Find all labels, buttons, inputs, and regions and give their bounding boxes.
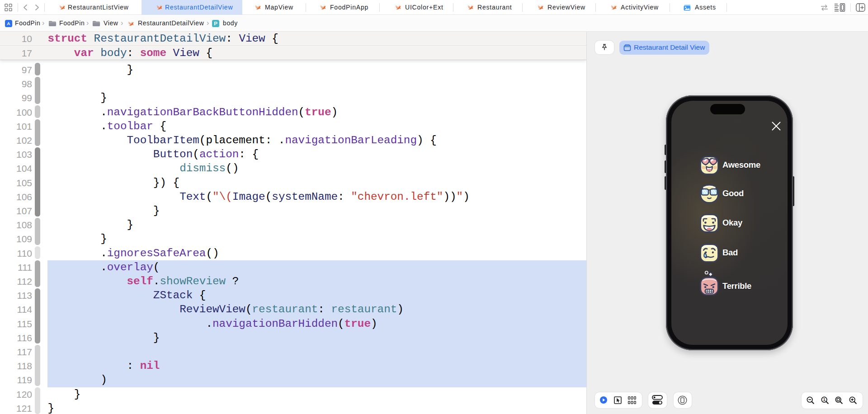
svg-text:P: P [214,21,217,26]
svg-text:1: 1 [823,397,825,402]
